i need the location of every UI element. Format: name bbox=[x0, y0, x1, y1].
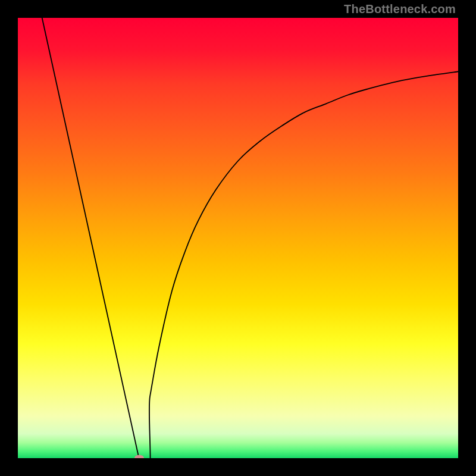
minimum-marker bbox=[134, 455, 144, 459]
bottleneck-curve bbox=[18, 18, 458, 458]
chart-frame: TheBottleneck.com bbox=[0, 0, 476, 476]
watermark-text: TheBottleneck.com bbox=[344, 2, 456, 16]
plot-area bbox=[18, 18, 458, 458]
